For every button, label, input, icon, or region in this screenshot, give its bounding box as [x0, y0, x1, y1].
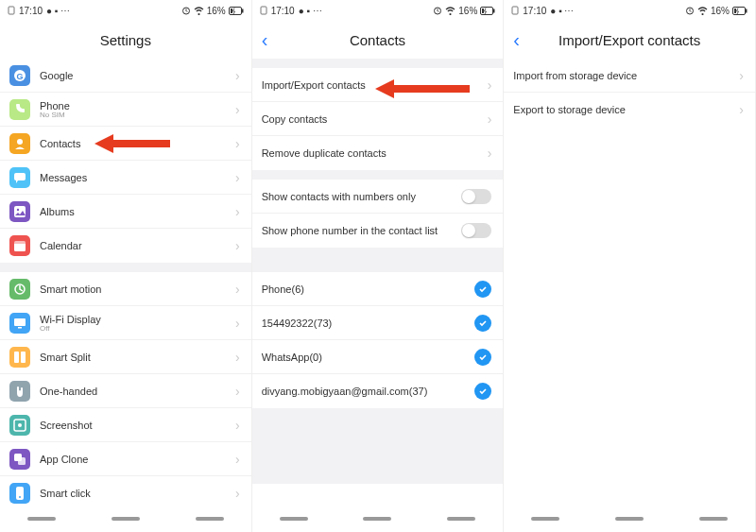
svg-rect-8: [14, 173, 26, 180]
svg-rect-27: [493, 9, 495, 12]
nav-recent[interactable]: [531, 517, 559, 521]
settings-item-app-clone[interactable]: App Clone›: [0, 442, 251, 476]
page-title: Import/Export contacts: [558, 32, 700, 48]
one-handed-icon: [9, 381, 30, 402]
svg-rect-14: [14, 318, 26, 326]
chevron-right-icon: ›: [488, 77, 492, 93]
settings-item-messages[interactable]: Messages›: [0, 161, 251, 195]
item-label: Smart Split: [40, 352, 235, 363]
item-label: Phone(6): [262, 283, 475, 295]
settings-item-wifi-display[interactable]: Wi-Fi DisplayOff›: [0, 306, 251, 340]
item-label: Copy contacts: [262, 113, 488, 125]
chevron-right-icon: ›: [488, 146, 492, 161]
svg-rect-33: [734, 9, 736, 13]
settings-item-smart-click[interactable]: Smart click›: [0, 476, 251, 506]
item-label: divyang.mobigyaan@gmail.com(37): [262, 386, 475, 397]
account-item[interactable]: WhatsApp(0): [252, 340, 504, 374]
group-separator: [252, 408, 504, 484]
back-button[interactable]: ‹: [262, 29, 268, 51]
smart-click-icon: [9, 483, 30, 504]
checkmark-icon[interactable]: [474, 281, 491, 298]
toggle-switch[interactable]: [461, 223, 491, 238]
battery-percent: 16%: [207, 6, 226, 16]
chevron-right-icon: ›: [235, 238, 240, 253]
nav-back[interactable]: [196, 517, 224, 521]
item-label: Show contacts with numbers only: [262, 191, 462, 202]
import-export-action[interactable]: Import from storage device›: [504, 59, 755, 93]
chevron-right-icon: ›: [235, 204, 240, 219]
item-label: Contacts: [40, 138, 235, 149]
item-label: Screenshot: [40, 420, 235, 431]
svg-rect-16: [14, 352, 19, 363]
checkmark-icon[interactable]: [474, 315, 491, 332]
nav-recent[interactable]: [27, 517, 56, 521]
nav-back[interactable]: [699, 517, 728, 521]
page-title: Settings: [100, 32, 151, 48]
account-item[interactable]: 154492322(73): [252, 306, 504, 340]
account-item[interactable]: Phone(6): [252, 272, 504, 306]
toggle-switch[interactable]: [461, 189, 491, 204]
messages-icon: [9, 167, 30, 188]
svg-rect-4: [231, 9, 232, 13]
svg-rect-15: [18, 327, 22, 329]
svg-rect-29: [512, 7, 518, 14]
settings-item-motion[interactable]: Smart motion›: [0, 272, 251, 306]
contacts-action[interactable]: Remove duplicate contacts›: [252, 136, 504, 170]
settings-item-albums[interactable]: Albums›: [0, 195, 251, 229]
import-export-panel: 17:10 ● ▪ ⋯ 16% ‹ Import/Export contacts…: [504, 0, 756, 532]
header: Settings: [0, 21, 251, 59]
chevron-right-icon: ›: [235, 452, 240, 467]
status-time: 17:10: [19, 6, 43, 16]
import-export-action[interactable]: Export to storage device›: [504, 93, 755, 127]
back-button[interactable]: ‹: [513, 29, 520, 51]
contacts-toggle[interactable]: Show phone number in the contact list: [252, 214, 504, 248]
item-label: Show phone number in the contact list: [262, 225, 462, 236]
item-label: WhatsApp(0): [262, 352, 475, 363]
item-label: Smart motion: [40, 283, 235, 295]
contacts-icon: [9, 133, 30, 154]
chevron-right-icon: ›: [235, 350, 240, 365]
settings-item-screenshot[interactable]: Screenshot›: [0, 408, 251, 442]
settings-item-phone[interactable]: PhoneNo SIM›: [0, 93, 251, 127]
settings-item-google[interactable]: GGoogle›: [0, 59, 251, 93]
wifi-icon: [445, 7, 455, 15]
settings-item-contacts[interactable]: Contacts›: [0, 127, 251, 161]
svg-point-7: [17, 139, 23, 145]
item-label: Export to storage device: [513, 104, 739, 115]
svg-rect-9: [14, 206, 26, 217]
item-label: Smart click: [40, 488, 235, 499]
contacts-action[interactable]: Import/Export contacts›: [252, 68, 504, 102]
nav-bar: [504, 506, 755, 532]
contacts-toggle[interactable]: Show contacts with numbers only: [252, 180, 504, 214]
nav-back[interactable]: [447, 517, 475, 521]
phone-icon: [9, 99, 30, 120]
checkmark-icon[interactable]: [474, 383, 491, 400]
item-label: App Clone: [40, 454, 235, 465]
svg-rect-32: [746, 9, 747, 12]
status-dots: ● ▪ ⋯: [550, 6, 574, 16]
settings-item-calendar[interactable]: Calendar›: [0, 229, 251, 263]
item-label: Albums: [40, 206, 235, 217]
svg-rect-21: [18, 457, 26, 465]
checkmark-icon[interactable]: [474, 349, 491, 366]
nav-home[interactable]: [363, 517, 391, 521]
status-time: 17:10: [523, 6, 546, 16]
battery-icon: [229, 7, 244, 15]
nav-home[interactable]: [615, 517, 644, 521]
account-item[interactable]: divyang.mobigyaan@gmail.com(37): [252, 374, 504, 408]
group-separator: [252, 248, 504, 272]
item-label: Import from storage device: [513, 70, 739, 81]
battery-icon: [732, 7, 747, 15]
chevron-right-icon: ›: [739, 102, 744, 117]
settings-item-one-handed[interactable]: One-handed›: [0, 374, 251, 408]
nav-home[interactable]: [112, 517, 140, 521]
nav-recent[interactable]: [280, 517, 308, 521]
chevron-right-icon: ›: [235, 170, 240, 185]
status-bar: 17:10 ● ▪ ⋯ 16%: [252, 0, 504, 21]
svg-rect-17: [21, 352, 26, 363]
settings-item-split[interactable]: Smart Split›: [0, 340, 251, 374]
sim-icon: [8, 6, 15, 15]
contacts-action[interactable]: Copy contacts›: [252, 102, 504, 136]
settings-panel: 17:10 ● ▪ ⋯ 16% Settings GGoogle›PhoneNo…: [0, 0, 252, 532]
svg-rect-0: [9, 7, 14, 14]
